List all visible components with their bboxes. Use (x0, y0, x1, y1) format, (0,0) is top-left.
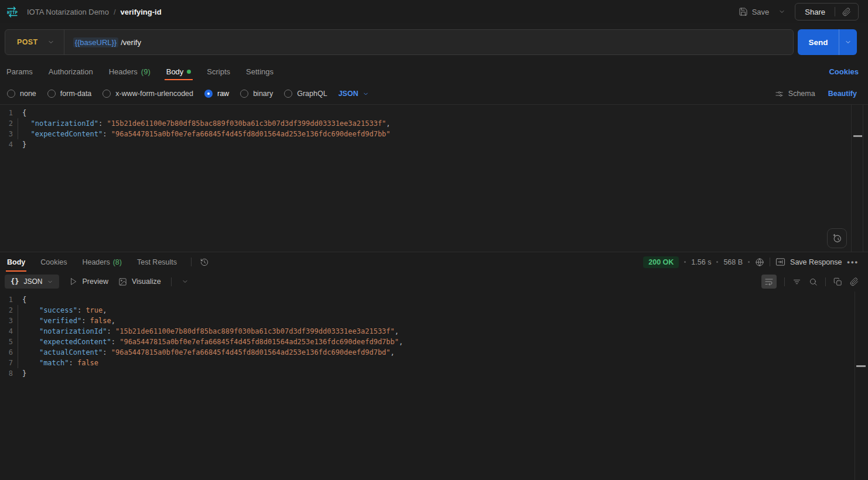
app-window: HTTP IOTA Notarization Demo / verifying-… (0, 0, 868, 480)
response-section: Body Cookies Headers(8) Test Results 200… (0, 252, 868, 480)
preview-button[interactable]: Preview (69, 277, 108, 286)
request-tabs: Params Authorization Headers(9) Body Scr… (0, 60, 868, 83)
divider (825, 277, 826, 286)
save-icon (739, 7, 748, 16)
cookies-link[interactable]: Cookies (829, 67, 859, 76)
line-number: 1 (0, 294, 22, 305)
copy-link-button[interactable] (835, 4, 858, 20)
tab-body[interactable]: Body (165, 60, 193, 83)
response-tab-body[interactable]: Body (6, 252, 26, 272)
divider (171, 277, 172, 286)
tab-settings[interactable]: Settings (244, 60, 275, 83)
response-body-viewer[interactable]: 1{2 "success": true,3 "verified": false,… (0, 292, 868, 480)
radio-binary[interactable] (240, 90, 248, 98)
tab-headers[interactable]: Headers(9) (107, 60, 152, 83)
url-path[interactable]: /verify (121, 38, 141, 47)
chevron-down-icon (47, 279, 53, 285)
response-history-button[interactable] (200, 258, 209, 267)
divider (770, 258, 770, 266)
body-modified-dot (187, 70, 191, 74)
status-badge[interactable]: 200 OK (643, 256, 679, 268)
dot-separator (716, 261, 718, 263)
request-code: 1{2 "notarizationId": "15b21de61100e7b80… (0, 108, 868, 150)
image-icon (118, 277, 127, 286)
response-time[interactable]: 1.56 s (691, 258, 711, 266)
visualize-button[interactable]: Visualize (118, 277, 161, 286)
code-line[interactable]: 3 "expectedContent": "96a5447815a0bf0e7e… (0, 129, 868, 139)
save-response-button[interactable]: Save Response (775, 258, 842, 266)
send-options-button[interactable] (839, 29, 857, 55)
save-options-chevron[interactable] (775, 6, 789, 18)
wrap-text-button[interactable] (761, 275, 777, 289)
response-tab-test-results[interactable]: Test Results (136, 252, 178, 272)
send-button-group: Send (798, 29, 857, 55)
mode-form-data[interactable]: form-data (47, 90, 92, 98)
url-input[interactable]: {{baseURL}} /verify (73, 37, 141, 47)
language-selector[interactable]: JSON (339, 90, 369, 98)
code-line[interactable]: 8} (0, 368, 868, 379)
radio-raw[interactable] (204, 90, 213, 98)
mode-graphql[interactable]: GraphQL (284, 90, 327, 98)
schema-button[interactable]: Schema (775, 90, 815, 98)
send-button[interactable]: Send (798, 29, 839, 55)
beautify-button[interactable]: Beautify (828, 90, 857, 98)
search-button[interactable] (809, 277, 818, 286)
response-format-selector[interactable]: {} JSON (5, 275, 59, 289)
response-headers-count: (8) (113, 258, 122, 266)
request-url-row: POST {{baseURL}} /verify Send (0, 23, 868, 60)
line-number: 6 (0, 347, 22, 358)
dot-separator (748, 261, 750, 263)
response-scrollbar[interactable] (855, 292, 855, 480)
tab-scripts[interactable]: Scripts (205, 60, 232, 83)
visualize-options-chevron[interactable] (182, 278, 189, 285)
link-button[interactable] (850, 277, 859, 286)
response-size[interactable]: 568 B (723, 258, 743, 266)
response-toolbar-right (761, 275, 859, 289)
response-tab-headers[interactable]: Headers(8) (81, 252, 123, 272)
code-line[interactable]: 2 "notarizationId": "15b21de61100e7b80df… (0, 118, 868, 129)
filter-button[interactable] (792, 277, 801, 286)
mode-binary[interactable]: binary (240, 90, 273, 98)
json-braces-icon: {} (11, 277, 19, 286)
copy-button[interactable] (833, 277, 842, 286)
request-body-editor[interactable]: 1{2 "notarizationId": "15b21de61100e7b80… (0, 104, 868, 252)
code-line[interactable]: 5 "expectedContent": "96a5447815a0bf0e7e… (0, 337, 868, 347)
tab-params[interactable]: Params (5, 60, 35, 83)
more-options-icon[interactable]: ••• (847, 258, 859, 266)
network-info-button[interactable] (755, 258, 764, 267)
method-label: POST (17, 38, 38, 46)
code-line[interactable]: 3 "verified": false, (0, 316, 868, 326)
line-number: 3 (0, 129, 22, 139)
code-line[interactable]: 4 "notarizationId": "15b21de61100e7b80df… (0, 326, 868, 337)
mode-row-actions: Schema Beautify (775, 90, 857, 98)
code-line[interactable]: 6 "actualContent": "96a5447815a0bf0e7efa… (0, 347, 868, 358)
code-line[interactable]: 1{ (0, 108, 868, 118)
radio-none[interactable] (7, 90, 15, 98)
save-button[interactable]: Save (739, 7, 770, 16)
response-toolbar: {} JSON Preview Visualize (0, 272, 868, 292)
method-selector[interactable]: POST (5, 30, 64, 54)
body-mode-row: none form-data x-www-form-urlencoded raw… (0, 83, 868, 104)
radio-x-www-form-urlencoded[interactable] (102, 90, 111, 98)
code-line[interactable]: 4} (0, 139, 868, 150)
tab-authorization[interactable]: Authorization (47, 60, 95, 83)
line-number: 3 (0, 316, 22, 326)
dot-separator (684, 261, 686, 263)
code-line[interactable]: 1{ (0, 294, 868, 305)
radio-form-data[interactable] (47, 90, 56, 98)
request-editor-scrollbar[interactable] (851, 105, 863, 252)
mode-none[interactable]: none (7, 90, 36, 98)
breadcrumb-request-name[interactable]: verifying-id (121, 8, 162, 16)
postbot-button[interactable] (827, 228, 847, 248)
paperclip-icon (842, 8, 851, 16)
response-tab-cookies[interactable]: Cookies (39, 252, 68, 272)
response-code: 1{2 "success": true,3 "verified": false,… (0, 294, 868, 379)
breadcrumb-collection[interactable]: IOTA Notarization Demo (27, 8, 109, 16)
mode-raw[interactable]: raw (204, 90, 229, 98)
url-variable[interactable]: {{baseURL}} (73, 37, 119, 47)
share-button[interactable]: Share (795, 4, 835, 20)
code-line[interactable]: 7 "match": false (0, 358, 868, 368)
mode-x-www-form-urlencoded[interactable]: x-www-form-urlencoded (102, 90, 193, 98)
code-line[interactable]: 2 "success": true, (0, 305, 868, 316)
radio-graphql[interactable] (284, 90, 292, 98)
